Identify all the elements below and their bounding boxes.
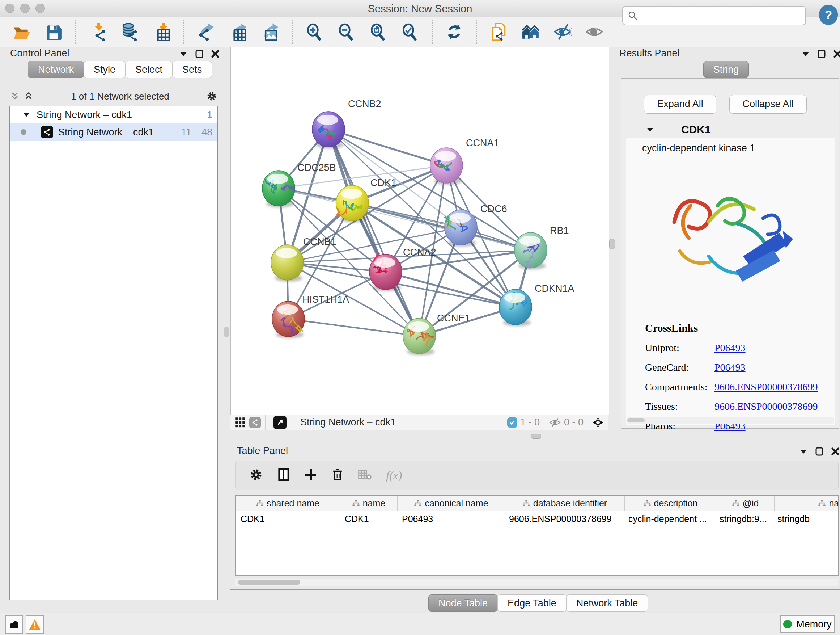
cell-description[interactable]: cyclin-dependent ... xyxy=(623,511,714,526)
tab-network[interactable]: Network xyxy=(28,61,84,78)
table-options-gear-icon[interactable] xyxy=(249,468,263,483)
network-row[interactable]: String Network – cdk1 11 48 xyxy=(10,124,218,141)
cell-canonical-name[interactable]: P06493 xyxy=(397,511,504,526)
expand-all-icon[interactable] xyxy=(23,92,34,101)
birdseye-crosshair-icon[interactable] xyxy=(592,418,603,427)
tab-style[interactable]: Style xyxy=(84,61,126,78)
cloud-button[interactable] xyxy=(5,616,23,633)
node-table-header-row: shared namenamecanonical namedatabase id… xyxy=(235,496,838,511)
network-edge[interactable] xyxy=(328,129,447,165)
network-node-CDC6[interactable]: CDC6 xyxy=(445,203,507,247)
results-panel-float-icon[interactable] xyxy=(816,49,827,59)
warnings-button[interactable] xyxy=(26,616,44,633)
zoom-selected-button[interactable] xyxy=(400,22,420,42)
tab-string[interactable]: String xyxy=(703,61,749,78)
tab-sets[interactable]: Sets xyxy=(172,61,212,78)
zoom-out-button[interactable] xyxy=(336,22,356,42)
network-node-CDC25B[interactable]: CDC25B xyxy=(262,162,336,207)
help-button[interactable]: ? xyxy=(819,5,838,25)
control-panel-close-icon[interactable] xyxy=(210,49,221,59)
refresh-layout-button[interactable] xyxy=(444,22,464,42)
cell-database-identifier[interactable]: 9606.ENSP00000378699 xyxy=(504,511,623,526)
control-panel-float-icon[interactable] xyxy=(194,49,205,59)
column-header-canonical-name[interactable]: canonical name xyxy=(398,496,505,511)
homology-search-button[interactable] xyxy=(521,22,541,42)
control-panel-menu-icon[interactable] xyxy=(178,49,189,59)
tab-node-table[interactable]: Node Table xyxy=(428,594,498,612)
crosslink-link[interactable]: 9606.ENSP00000378699 xyxy=(714,401,818,412)
network-view-type-icon[interactable] xyxy=(249,417,261,428)
cell-name[interactable]: CDK1 xyxy=(340,511,397,526)
cell-@id[interactable]: stringdb:9... xyxy=(714,511,772,526)
cell-shared-name[interactable]: CDK1 xyxy=(235,511,340,526)
control-panel-tabs: NetworkStyleSelectSets xyxy=(28,61,212,78)
collapse-all-button[interactable]: Collapse All xyxy=(729,95,807,114)
column-header-@id[interactable]: @id xyxy=(716,496,775,511)
left-splitter-handle[interactable] xyxy=(224,327,229,337)
string-document-button[interactable] xyxy=(489,22,509,42)
table-hscrollbar[interactable] xyxy=(235,578,838,586)
show-columns-icon[interactable] xyxy=(277,468,291,483)
zoom-fit-button[interactable] xyxy=(368,22,388,42)
results-hscrollbar[interactable] xyxy=(627,417,834,424)
zoom-in-button[interactable] xyxy=(304,22,325,42)
save-session-button[interactable] xyxy=(43,22,64,42)
network-node-HIST1H1A[interactable]: HIST1H1A xyxy=(272,294,349,338)
horizontal-splitter-handle[interactable] xyxy=(531,434,541,439)
network-options-gear-icon[interactable] xyxy=(206,92,217,101)
tab-network-table[interactable]: Network Table xyxy=(566,594,648,612)
export-network-icon xyxy=(197,23,215,41)
node-table-data-row[interactable]: CDK1CDK1P064939606.ENSP00000378699cyclin… xyxy=(235,511,838,526)
column-header-description[interactable]: description xyxy=(625,496,716,511)
import-database-button[interactable] xyxy=(120,22,140,42)
cell-namespace[interactable]: stringdb xyxy=(772,511,838,526)
right-splitter-handle[interactable] xyxy=(609,239,615,249)
network-node-CCNB2[interactable]: CCNB2 xyxy=(312,98,381,149)
crosslink-link[interactable]: P06493 xyxy=(714,342,745,354)
network-node-RB1[interactable]: RB1 xyxy=(515,225,569,269)
network-node-CCNE1[interactable]: CCNE1 xyxy=(403,313,470,355)
network-view-toolbar: String Network – cdk1 1 - 0 0 - 0 xyxy=(231,415,608,430)
hide-glasses-button[interactable] xyxy=(553,22,573,42)
table-panel-float-icon[interactable] xyxy=(814,447,825,456)
delete-column-trash-icon[interactable] xyxy=(331,468,344,483)
table-panel-close-icon[interactable] xyxy=(830,447,840,456)
tab-select[interactable]: Select xyxy=(125,61,172,78)
memory-button[interactable]: Memory xyxy=(780,615,835,633)
grid-view-icon[interactable] xyxy=(235,418,246,427)
column-header-shared-name[interactable]: shared name xyxy=(235,496,340,511)
expand-all-button[interactable]: Expand All xyxy=(644,95,716,114)
collapse-all-icon[interactable] xyxy=(9,92,20,101)
column-header-name[interactable]: name xyxy=(340,496,398,511)
network-collection-row[interactable]: String Network – cdk1 1 xyxy=(10,106,218,124)
export-image-button[interactable] xyxy=(260,22,280,42)
export-network-button[interactable] xyxy=(196,22,216,42)
import-network-button[interactable] xyxy=(88,22,108,42)
column-header-database-identifier[interactable]: database identifier xyxy=(505,496,625,511)
export-table-button[interactable] xyxy=(228,22,248,42)
toolbar-separator xyxy=(183,20,185,44)
search-input[interactable] xyxy=(622,6,806,25)
network-node-CDKN1A[interactable]: CDKN1A xyxy=(499,283,575,326)
network-edge[interactable] xyxy=(288,319,419,336)
protein-card-header[interactable]: CDK1 xyxy=(626,121,835,138)
results-panel-close-icon[interactable] xyxy=(832,49,840,59)
import-table-button[interactable] xyxy=(152,22,172,42)
detach-view-icon[interactable] xyxy=(273,416,286,429)
network-node-CCNA1[interactable]: CCNA1 xyxy=(430,138,499,185)
crosslink-link[interactable]: 9606.ENSP00000378699 xyxy=(714,381,818,393)
crosslink-link[interactable]: P06493 xyxy=(714,362,745,373)
selected-count-checkbox-icon[interactable] xyxy=(507,417,517,428)
protein-card-expander-icon[interactable] xyxy=(646,127,654,133)
add-column-icon[interactable] xyxy=(304,468,317,483)
network-edge[interactable] xyxy=(328,129,419,336)
show-eye-button[interactable] xyxy=(584,22,605,42)
column-header-namespace[interactable]: namespace xyxy=(775,496,838,511)
node-label: RB1 xyxy=(550,225,569,236)
open-session-button[interactable] xyxy=(11,22,32,42)
network-canvas[interactable]: CCNB2CCNA1CDC25BCDK1CDC6RB1CCNB1CCNA2CDK… xyxy=(231,47,609,415)
tab-edge-table[interactable]: Edge Table xyxy=(497,594,567,612)
table-panel-menu-icon[interactable] xyxy=(798,447,809,456)
collection-expander-icon[interactable] xyxy=(23,112,30,118)
results-panel-menu-icon[interactable] xyxy=(800,49,811,59)
